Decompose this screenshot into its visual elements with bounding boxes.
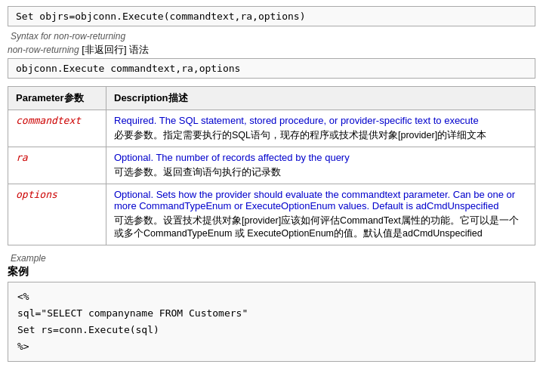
code-box: <%sql="SELECT companyname FROM Customers… [8, 282, 535, 362]
params-table: Parameter参数 Description描述 commandtextReq… [8, 86, 535, 245]
nonrow-label: Syntax for non-row-returning [11, 31, 535, 42]
col1-header: Parameter参数 [8, 87, 106, 110]
table-row: raOptional. The number of records affect… [8, 147, 535, 184]
example-zh-label: 案例 [8, 265, 535, 279]
nonrow-cmd-text: objconn.Execute commandtext,ra,options [16, 63, 240, 74]
param-desc-en: Optional. The number of records affected… [114, 152, 527, 163]
param-desc-cell: Required. The SQL statement, stored proc… [106, 110, 535, 147]
nonrow-bracket: [非返回行] [82, 44, 126, 55]
param-desc-cell: Optional. Sets how the provider should e… [106, 184, 535, 245]
param-desc-en: Required. The SQL statement, stored proc… [114, 115, 527, 126]
code-line: <% [17, 289, 526, 305]
param-desc-zh: 可选参数。返回查询语句执行的记录数 [114, 166, 527, 179]
row-syntax-box: Set objrs=objconn.Execute(commandtext,ra… [8, 6, 535, 26]
table-header-row: Parameter参数 Description描述 [8, 87, 535, 110]
table-row: optionsOptional. Sets how the provider s… [8, 184, 535, 245]
table-row: commandtextRequired. The SQL statement, … [8, 110, 535, 147]
example-label: Example [11, 253, 535, 264]
col2-header: Description描述 [106, 87, 535, 110]
page-content: Set objrs=objconn.Execute(commandtext,ra… [0, 0, 543, 368]
nonrow-zh: 语法 [129, 44, 149, 55]
param-desc-zh: 必要参数。指定需要执行的SQL语句，现存的程序或技术提供对象[provider]… [114, 129, 527, 142]
param-desc-cell: Optional. The number of records affected… [106, 147, 535, 184]
nonrow-syntax-box: objconn.Execute commandtext,ra,options [8, 58, 535, 79]
param-desc-zh: 可选参数。设置技术提供对象[provider]应该如何评估CommandText… [114, 215, 527, 240]
code-line: Set rs=conn.Execute(sql) [17, 322, 526, 338]
param-name-cell: options [8, 184, 106, 245]
row-syntax-text: Set objrs=objconn.Execute(commandtext,ra… [16, 11, 306, 22]
code-line: sql="SELECT companyname FROM Customers" [17, 305, 526, 322]
param-name-cell: ra [8, 147, 106, 184]
nonrow-en: non-row-returning [8, 45, 79, 55]
param-name-cell: commandtext [8, 110, 106, 147]
param-desc-en: Optional. Sets how the provider should e… [114, 189, 527, 211]
nonrow-text: non-row-returning [非返回行] 语法 [8, 43, 535, 57]
code-line: %> [17, 338, 526, 355]
